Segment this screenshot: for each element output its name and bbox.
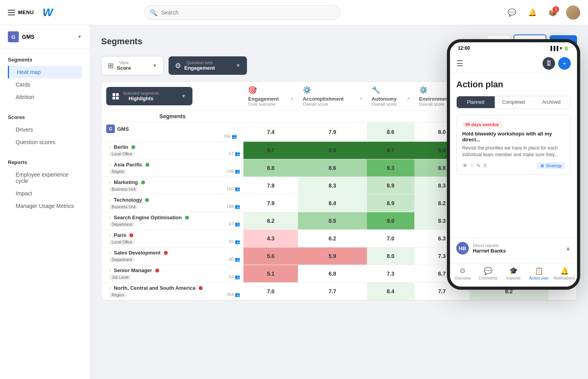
chevron-up-icon[interactable]: ▲ <box>565 245 571 251</box>
notifications-icon[interactable]: 🔔 <box>525 5 539 20</box>
mobile-title: Action plan <box>456 79 571 90</box>
selected-segments-value: Highlights <box>129 96 154 101</box>
sidebar-item-heat-map[interactable]: Heat map <box>8 66 82 78</box>
score-cell: 8.0 <box>367 247 414 265</box>
sidebar-item-impact[interactable]: Impact <box>8 187 82 200</box>
user-role: Direct reports <box>473 243 506 248</box>
improve-icon: 🎓 <box>509 267 518 275</box>
avatar[interactable] <box>566 5 580 20</box>
col-engagement-label: Engagement <box>248 96 293 102</box>
sidebar-item-employee-experience[interactable]: Employee experience cycle <box>8 168 82 187</box>
sidebar-item-question-scores[interactable]: Question scores <box>8 136 82 148</box>
grid-icon <box>113 93 119 99</box>
score-cell: 8.4 <box>298 195 367 212</box>
view-label: View <box>117 60 131 65</box>
mobile-tab-row: Planned Completed Archived <box>456 96 571 108</box>
sidebar-item-drivers[interactable]: Drivers <box>8 123 82 136</box>
segment-cell-gms: G GMS 766 👥 <box>102 122 243 142</box>
apps-icon[interactable]: 📦 1 <box>546 5 560 20</box>
reports-section: Reports Employee experience cycle Impact… <box>0 152 90 215</box>
col-engagement-sub: Core outcome <box>248 102 293 106</box>
segment-cell: › Sales Development Department 80 👥 <box>102 247 243 265</box>
apps-badge: 1 <box>553 6 559 13</box>
selected-segments-label: Selected segments <box>123 91 160 96</box>
score-cell: 7.0 <box>367 230 414 247</box>
question-sets-label: Question sets <box>184 60 215 65</box>
bottom-tab-overview[interactable]: ⚙ Overview <box>450 267 475 280</box>
tab-completed[interactable]: Completed <box>495 96 533 108</box>
segment-cell: › Marketing Business Unit 160 👥 <box>102 177 243 195</box>
mobile-overlay: 12:00 ▐▐▐ ▾ 🔋 ☰ 🎛 ＋ Action plan Planned … <box>447 39 580 290</box>
score-cell: 5.9 <box>298 247 367 265</box>
sidebar-item-attrition[interactable]: Attrition <box>8 91 82 103</box>
score-cell: 5.6 <box>243 247 298 265</box>
sidebar-item-cards[interactable]: Cards <box>8 78 82 91</box>
bottom-tab-comments[interactable]: 💬 Comments <box>475 267 501 280</box>
user-avatar: HB <box>456 242 469 254</box>
segment-cell: › Asia Pacific Region 148 👥 <box>102 159 243 177</box>
search-input[interactable] <box>144 5 340 20</box>
mobile-filter-button[interactable]: 🎛 <box>543 57 555 70</box>
score-cell: 8.4 <box>367 283 414 300</box>
menu-button[interactable]: MENU <box>8 9 34 15</box>
score-cell: 8.5 <box>298 212 367 230</box>
score-cell: 8.6 <box>367 122 414 142</box>
question-sets-chevron-icon: ▼ <box>236 63 241 69</box>
score-cell: 7.9 <box>243 177 298 195</box>
org-selector[interactable]: G GMS ▼ <box>0 25 90 49</box>
tab-archived[interactable]: Archived <box>532 96 570 108</box>
logo[interactable]: W <box>40 5 56 20</box>
selected-segments-dropdown[interactable]: Selected segments Highlights ▼ <box>106 87 192 105</box>
mobile-user-bar: HB Direct reports Harriet Banks ▲ <box>450 238 577 258</box>
view-chevron-icon: ▼ <box>152 63 157 69</box>
segments-section: Segments Heat map Cards Attrition <box>0 49 90 106</box>
bottom-tab-action-plan[interactable]: 📋 Action plan <box>526 267 552 280</box>
col-engagement: 🎯 ↗ Engagement Core outcome <box>243 82 298 111</box>
score-cell: 4.3 <box>243 230 298 247</box>
view-dropdown[interactable]: ⊞ View Score ▼ <box>101 56 164 75</box>
view-grid-icon: ⊞ <box>108 61 114 70</box>
segments-chevron-icon: ▼ <box>181 93 186 99</box>
score-cell: 7.0 <box>243 283 298 300</box>
score-cell: 7.3 <box>367 265 414 283</box>
sidebar-item-manager-usage[interactable]: Manager Usage Metrics <box>8 200 82 212</box>
score-cell: 5.1 <box>243 265 298 283</box>
score-cell: 9.0 <box>367 212 414 230</box>
score-cell: 9.3 <box>367 159 414 177</box>
mobile-time: 12:00 <box>458 45 470 51</box>
top-navigation: MENU W 🔍 💬 🔔 📦 1 <box>0 0 588 25</box>
bottom-tab-improve[interactable]: 🎓 Improve <box>501 267 526 280</box>
tab-planned[interactable]: Planned <box>457 96 495 108</box>
scores-section-title: Scores <box>8 114 82 120</box>
col-accomplishment: ⚙️ ↗ Accomplishment Overall score <box>298 82 367 111</box>
action-plan-icon: 📋 <box>535 267 543 275</box>
segment-cell: › Technology Business Unit 198 👥 <box>102 195 243 212</box>
view-value: Score <box>117 65 131 71</box>
score-cell: 8.9 <box>367 195 414 212</box>
segments-section-title: Segments <box>8 57 82 63</box>
mobile-bottom-bar: ⚙ Overview 💬 Comments 🎓 Improve 📋 Action… <box>450 263 577 287</box>
strategy-tag[interactable]: 🖥 Strategy <box>537 162 565 169</box>
question-sets-icon: ⚙ <box>175 61 181 70</box>
page-title: Segments <box>101 36 142 47</box>
score-cell: 8.8 <box>243 159 298 177</box>
scores-section: Scores Drivers Question scores <box>0 106 90 152</box>
score-cell: 8.2 <box>243 212 298 230</box>
col-autonomy: 🔧 ↗ Autonomy Overall score <box>367 82 414 111</box>
strategy-label: Strategy <box>546 163 562 168</box>
eye-icon[interactable]: 👁 <box>462 162 468 169</box>
score-cell: 9.7 <box>367 142 414 159</box>
user-name: Harriet Banks <box>473 248 506 254</box>
overdue-badge: 95 days overdue <box>462 121 502 128</box>
edit-icon[interactable]: ✎ <box>476 162 481 169</box>
segment-cell: › Senior Manager Job Level 54 👥 <box>102 265 243 283</box>
score-cell: 9.5 <box>298 142 367 159</box>
mobile-menu-icon[interactable]: ☰ <box>456 59 463 68</box>
messages-icon[interactable]: 💬 <box>505 5 519 20</box>
bottom-tab-notifications[interactable]: 🔔 Notifications <box>552 267 577 280</box>
org-icon: G <box>8 31 19 42</box>
score-cell: 8.6 <box>298 159 367 177</box>
mobile-add-button[interactable]: ＋ <box>558 57 571 70</box>
question-sets-dropdown[interactable]: ⚙ Question sets Engagement ▼ <box>169 56 247 75</box>
segment-cell: › Paris Local Office 55 👥 <box>102 230 243 247</box>
